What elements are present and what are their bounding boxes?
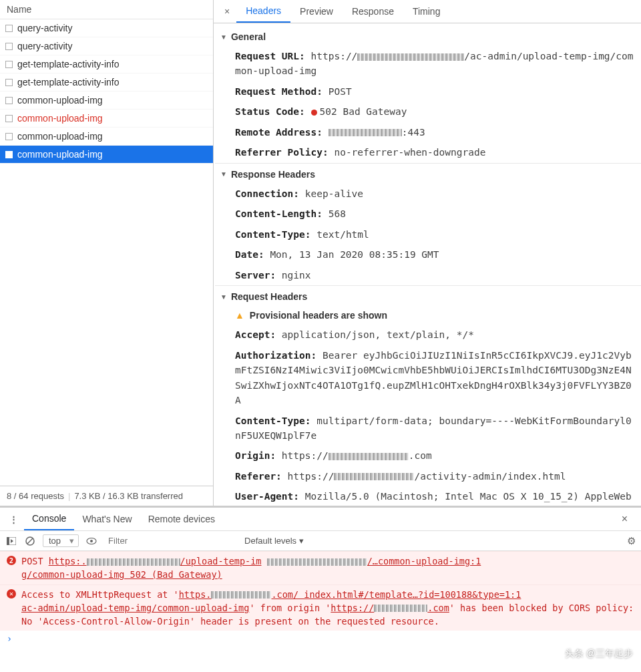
request-row[interactable]: common-upload-img <box>0 92 213 110</box>
tab-headers[interactable]: Headers <box>236 0 290 23</box>
console-drawer: ⋮ Console What's New Remote devices × to… <box>0 506 641 672</box>
close-icon[interactable]: × <box>218 6 236 17</box>
requests-count: 8 / 64 requests <box>7 491 64 501</box>
console-error-message[interactable]: ✕ Access to XMLHttpRequest at 'https..co… <box>0 584 641 631</box>
console-settings-icon[interactable]: ⚙ <box>627 535 636 547</box>
detail-tabs: × Headers Preview Response Timing <box>214 0 641 23</box>
warning-icon: ▲ <box>235 310 244 321</box>
console-error-message[interactable]: 2 POST https:./upload-temp-im /…common-u… <box>0 551 641 584</box>
network-request-list: Name query-activityquery-activityget-tem… <box>0 0 214 506</box>
file-icon <box>5 133 13 140</box>
svg-marker-2 <box>11 539 13 543</box>
response-header: Server: nginx <box>219 265 637 285</box>
request-list[interactable]: query-activityquery-activityget-template… <box>0 19 213 486</box>
header-origin: Origin: https://.com <box>219 446 637 466</box>
response-header: Connection: keep-alive <box>219 184 637 204</box>
live-expression-icon[interactable] <box>85 536 97 546</box>
tab-timing[interactable]: Timing <box>403 1 450 22</box>
transfer-size: 7.3 KB / 16.3 KB transferred <box>74 491 183 501</box>
header-accept: Accept: application/json, text/plain, */… <box>219 325 637 345</box>
tab-remote-devices[interactable]: Remote devices <box>140 508 223 530</box>
request-row[interactable]: get-template-activity-info <box>0 55 213 73</box>
request-row[interactable]: query-activity <box>0 37 213 55</box>
tab-console[interactable]: Console <box>24 508 74 530</box>
file-icon <box>5 25 13 32</box>
tab-preview[interactable]: Preview <box>290 1 343 22</box>
status-error-icon <box>311 110 317 116</box>
file-icon <box>5 61 13 68</box>
referrer-policy: Referrer Policy: no-referrer-when-downgr… <box>219 142 637 162</box>
request-name: query-activity <box>17 23 72 33</box>
request-name: common-upload-img <box>17 113 103 124</box>
remote-address: Remote Address: :443 <box>219 122 637 142</box>
file-icon <box>5 97 13 104</box>
request-name: common-upload-img <box>17 131 103 142</box>
header-authorization: Authorization: Bearer eyJhbGciOiJIUzI1Ni… <box>219 345 637 411</box>
file-icon <box>5 43 13 50</box>
response-header: Content-Type: text/html <box>219 224 637 244</box>
response-header: Content-Length: 568 <box>219 204 637 224</box>
toggle-sidebar-icon[interactable] <box>5 536 17 546</box>
svg-line-4 <box>27 538 33 544</box>
provisional-headers-warning: ▲Provisional headers are shown <box>219 306 637 325</box>
close-drawer-icon[interactable]: × <box>612 513 637 525</box>
svg-point-6 <box>90 540 93 542</box>
console-prompt[interactable]: › <box>0 631 641 647</box>
tab-whats-new[interactable]: What's New <box>74 508 140 530</box>
network-status-bar: 8 / 64 requests | 7.3 KB / 16.3 KB trans… <box>0 486 213 506</box>
header-content-type: Content-Type: multipart/form-data; bound… <box>219 411 637 446</box>
log-levels-select[interactable]: Default levels ▾ <box>244 536 304 546</box>
request-name: get-template-activity-info <box>17 77 120 88</box>
section-response-headers[interactable]: ▼Response Headers <box>219 164 637 184</box>
header-referer: Referer: https:///activity-admin/index.h… <box>219 466 637 486</box>
request-name: get-template-activity-info <box>17 59 120 69</box>
execution-context-select[interactable]: top <box>43 534 79 547</box>
console-filter-input[interactable] <box>104 534 238 547</box>
svg-rect-1 <box>7 537 9 545</box>
request-name: query-activity <box>17 41 72 51</box>
header-user-agent: User-Agent: Mozilla/5.0 (Macintosh; Inte… <box>219 486 637 506</box>
file-icon <box>5 151 13 158</box>
request-row[interactable]: common-upload-img <box>0 146 213 164</box>
tab-response[interactable]: Response <box>343 1 403 22</box>
error-badge-icon: 2 <box>7 556 16 565</box>
file-icon <box>5 79 13 86</box>
request-row[interactable]: query-activity <box>0 19 213 37</box>
response-header: Date: Mon, 13 Jan 2020 08:35:19 GMT <box>219 244 637 265</box>
file-icon <box>5 115 13 122</box>
error-icon: ✕ <box>7 589 16 599</box>
column-header-name[interactable]: Name <box>0 0 213 19</box>
clear-console-icon[interactable] <box>24 536 36 546</box>
request-detail-panel: × Headers Preview Response Timing ▼Gener… <box>214 0 641 506</box>
request-row[interactable]: common-upload-img <box>0 110 213 128</box>
drawer-menu-icon[interactable]: ⋮ <box>4 514 24 524</box>
request-row[interactable]: get-template-activity-info <box>0 73 213 92</box>
request-method: Request Method: POST <box>219 81 637 102</box>
request-name: common-upload-img <box>17 95 103 106</box>
section-general[interactable]: ▼General <box>219 26 637 46</box>
section-request-headers[interactable]: ▼Request Headers <box>219 286 637 306</box>
request-row[interactable]: common-upload-img <box>0 128 213 146</box>
request-name: common-upload-img <box>17 149 103 160</box>
status-code: Status Code: 502 Bad Gateway <box>219 102 637 122</box>
request-url: Request URL: https:///ac-admin/upload-te… <box>219 46 637 81</box>
